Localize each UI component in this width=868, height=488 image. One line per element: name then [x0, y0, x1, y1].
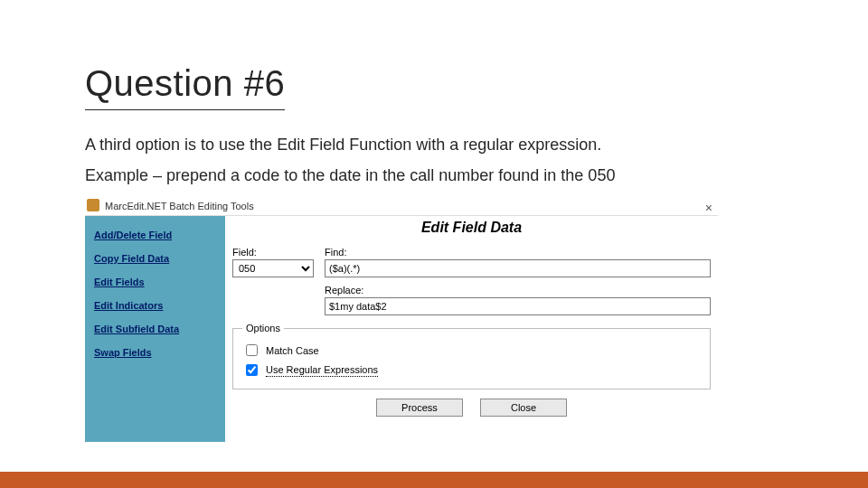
find-input[interactable] — [325, 259, 711, 277]
process-button[interactable]: Process — [376, 399, 463, 417]
sidebar-item-add-delete[interactable]: Add/Delete Field — [85, 223, 225, 247]
body-line-2: Example – prepend a code to the date in … — [85, 166, 615, 185]
sidebar: Add/Delete Field Copy Field Data Edit Fi… — [85, 216, 225, 442]
options-legend: Options — [242, 323, 284, 333]
app-title-text: MarcEdit.NET Batch Editing Tools — [105, 201, 254, 211]
main-panel: Edit Field Data Field: 050 Find: — [225, 216, 718, 442]
panel-title: Edit Field Data — [232, 220, 711, 236]
options-group: Options Match Case Use Regular Expressio… — [232, 323, 711, 389]
match-case-checkbox[interactable] — [246, 344, 258, 356]
sidebar-item-swap-fields[interactable]: Swap Fields — [85, 341, 225, 364]
close-icon[interactable]: × — [705, 199, 712, 217]
label-find: Find: — [325, 247, 711, 258]
field-select[interactable]: 050 — [232, 259, 314, 277]
label-replace: Replace: — [325, 285, 711, 296]
use-regex-label: Use Regular Expressions — [266, 364, 378, 377]
app-window: MarcEdit.NET Batch Editing Tools × Add/D… — [85, 197, 718, 441]
sidebar-item-edit-ind[interactable]: Edit Indicators — [85, 294, 225, 317]
slide: Question #6 A third option is to use the… — [0, 0, 868, 488]
sidebar-item-copy-field[interactable]: Copy Field Data — [85, 247, 225, 270]
sidebar-item-edit-subfield[interactable]: Edit Subfield Data — [85, 317, 225, 341]
app-body: Add/Delete Field Copy Field Data Edit Fi… — [85, 216, 718, 442]
page-title: Question #6 — [85, 63, 285, 110]
sidebar-item-edit-fields[interactable]: Edit Fields — [85, 270, 225, 294]
footer-bar — [0, 472, 868, 488]
use-regex-checkbox[interactable] — [246, 364, 258, 376]
close-button[interactable]: Close — [480, 399, 567, 417]
body-line-1: A third option is to use the Edit Field … — [85, 136, 601, 155]
app-icon — [87, 199, 99, 211]
button-row: Process Close — [232, 399, 711, 417]
app-titlebar: MarcEdit.NET Batch Editing Tools × — [85, 197, 718, 216]
replace-input[interactable] — [325, 297, 711, 315]
label-field: Field: — [232, 247, 314, 258]
match-case-label: Match Case — [266, 345, 319, 356]
